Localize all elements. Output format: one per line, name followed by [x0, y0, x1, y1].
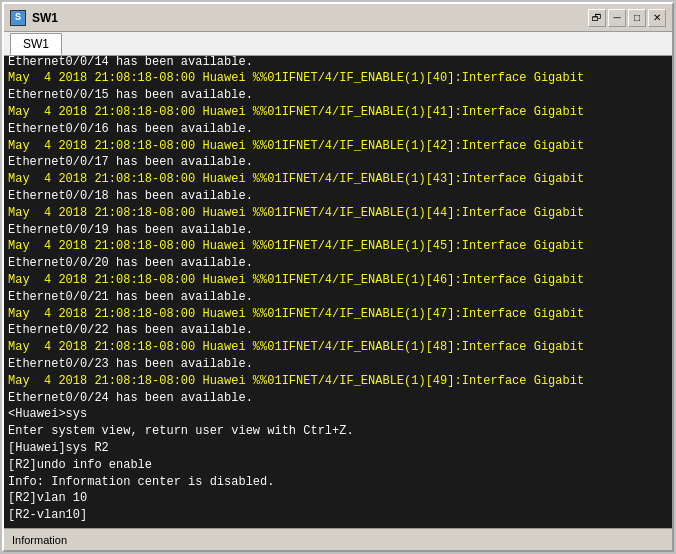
tab-bar: SW1	[4, 32, 672, 56]
status-label: Information	[12, 534, 67, 546]
window-controls: 🗗 ─ □ ✕	[588, 9, 666, 27]
minimize-button[interactable]: ─	[608, 9, 626, 27]
maximize-button[interactable]: □	[628, 9, 646, 27]
restore-button[interactable]: 🗗	[588, 9, 606, 27]
content-area: Ethernet0/0/13 has been available. May 4…	[4, 56, 672, 528]
title-bar-left: S SW1	[10, 10, 58, 26]
close-button[interactable]: ✕	[648, 9, 666, 27]
title-bar: S SW1 🗗 ─ □ ✕	[4, 4, 672, 32]
window-title: SW1	[32, 11, 58, 25]
status-bar: Information	[4, 528, 672, 550]
terminal-output[interactable]: Ethernet0/0/13 has been available. May 4…	[4, 56, 672, 528]
window-icon: S	[10, 10, 26, 26]
main-window: S SW1 🗗 ─ □ ✕ SW1 Ethernet0/0/13 has bee…	[2, 2, 674, 552]
tab-sw1[interactable]: SW1	[10, 33, 62, 55]
